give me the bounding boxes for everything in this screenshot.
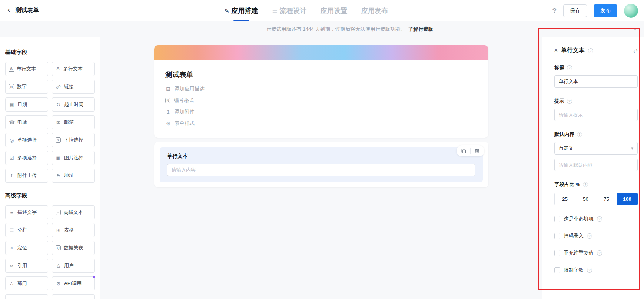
form-style-item[interactable]: ⊛ 表单样式 — [165, 120, 477, 127]
sidebar-item-date[interactable]: ▦ 日期 — [5, 97, 48, 112]
sidebar-item-address[interactable]: ⚑ 地址 — [52, 169, 95, 183]
sidebar-item-api-call[interactable]: ⚙ API调用 — [52, 276, 95, 290]
sidebar-item-description-text[interactable]: ≡ 描述文字 — [5, 205, 48, 219]
help-icon[interactable]: ? — [552, 7, 557, 15]
field-label: 引用 — [17, 262, 27, 269]
number-format-item[interactable]: N 编号格式 — [165, 97, 477, 104]
tab-app-build[interactable]: ✎ 应用搭建 — [224, 0, 258, 21]
ratio-option-50[interactable]: 50 — [575, 193, 596, 205]
form-title[interactable]: 测试表单 — [165, 70, 477, 80]
required-checkbox-row[interactable]: 这是个必填项 — [554, 216, 638, 222]
sidebar-item-location[interactable]: ⌖ 定位 — [5, 241, 48, 255]
help-icon[interactable] — [597, 250, 602, 256]
upload-icon: ↥ — [165, 109, 171, 114]
meta-label: 添加附件 — [175, 109, 195, 115]
copy-icon[interactable] — [461, 148, 467, 154]
sidebar-item-radio-select[interactable]: ◎ 单项选择 — [5, 133, 48, 147]
sidebar-item-department[interactable]: ∴ 部门 — [5, 276, 48, 290]
description-icon: ≡ — [9, 210, 14, 215]
add-description-item[interactable]: ⊟ 添加应用描述 — [165, 86, 477, 92]
tab-flow-design[interactable]: ☰ 流程设计 — [272, 0, 306, 21]
help-icon[interactable] — [597, 216, 602, 222]
no-duplicate-label: 不允许重复值 — [564, 250, 594, 256]
sidebar-item-number[interactable]: N 数字 — [5, 80, 48, 94]
scan-input-checkbox-row[interactable]: 扫码录入 — [554, 233, 638, 239]
tab-label: 应用设置 — [321, 6, 347, 15]
phone-icon: ☎ — [9, 120, 14, 125]
group-title-advanced: 高级字段 — [5, 192, 95, 199]
upload-icon: ↥ — [9, 173, 14, 178]
sidebar-item-rich-text[interactable]: ≡ 高级文本 — [52, 205, 95, 219]
trial-notice-text: 付费试用版还有 1444 天到期，过期后将无法使用付费版功能。 — [266, 26, 405, 33]
char-limit-checkbox-row[interactable]: 限制字数 — [554, 267, 638, 273]
sidebar-item-multi-line-text[interactable]: A 多行文本 — [52, 62, 95, 76]
default-content-input[interactable] — [554, 159, 638, 171]
sidebar-item-table[interactable]: ⊞ 表格 — [52, 223, 95, 237]
help-icon[interactable] — [567, 99, 572, 104]
comment-icon: ⊟ — [165, 86, 171, 92]
multi-line-text-icon: A — [56, 66, 60, 72]
swap-field-type-icon[interactable]: ⇄ — [633, 47, 638, 54]
tab-label: 应用搭建 — [232, 6, 258, 15]
field-label: 表格 — [64, 227, 74, 233]
sidebar-item-single-line-text[interactable]: A 单行文本 — [5, 62, 48, 76]
radio-icon: ◎ — [9, 138, 14, 143]
field-preview-input[interactable] — [167, 164, 475, 176]
field-label: 描述文字 — [17, 209, 37, 216]
collapse-panel-icon[interactable]: ∧ — [630, 27, 640, 33]
sidebar-item-link[interactable]: ☍ 链接 — [52, 80, 95, 94]
back-icon[interactable]: ‹ — [7, 6, 10, 14]
field-label: 单项选择 — [17, 137, 37, 143]
ratio-option-75[interactable]: 75 — [596, 193, 617, 205]
sidebar-item-checkbox-select[interactable]: ☑ 多项选择 — [5, 151, 48, 165]
help-icon[interactable] — [587, 233, 592, 239]
field-label: 多项选择 — [17, 155, 37, 161]
sidebar-item-image-select[interactable]: ▣ 图片选择 — [52, 151, 95, 165]
hint-input[interactable] — [554, 109, 638, 121]
checkbox[interactable] — [554, 250, 560, 256]
columns-icon: ☰ — [9, 228, 14, 233]
help-icon[interactable] — [577, 132, 582, 137]
sidebar-item-attachment-upload[interactable]: ↥ 附件上传 — [5, 169, 48, 183]
field-title-input[interactable] — [554, 75, 638, 88]
tab-app-settings[interactable]: 应用设置 — [321, 0, 347, 21]
avatar[interactable] — [624, 4, 638, 18]
help-icon[interactable] — [588, 48, 593, 53]
ratio-option-25[interactable]: 25 — [554, 193, 575, 205]
sidebar-item-user[interactable]: ♙ 用户 — [52, 259, 95, 273]
checkbox[interactable] — [554, 216, 560, 222]
group-title-basic: 基础字段 — [5, 49, 95, 56]
sidebar-item-columns[interactable]: ☰ 分栏 — [5, 223, 48, 237]
sidebar-item-email[interactable]: ✉ 邮箱 — [52, 115, 95, 129]
sidebar-item-phone[interactable]: ☎ 电话 — [5, 115, 48, 129]
user-icon: ♙ — [56, 263, 61, 268]
field-actions-chip — [457, 145, 484, 156]
publish-button[interactable]: 发布 — [594, 4, 617, 17]
delete-icon[interactable] — [474, 148, 480, 154]
add-attachment-item[interactable]: ↥ 添加附件 — [165, 109, 477, 115]
tab-app-publish[interactable]: 应用发布 — [361, 0, 388, 21]
ratio-option-100[interactable]: 100 — [617, 193, 638, 205]
sidebar-item-truncated-2[interactable] — [52, 294, 95, 299]
sidebar-item-dropdown-select[interactable]: ▾ 下拉选择 — [52, 133, 95, 147]
default-content-label: 默认内容 — [554, 131, 574, 138]
form-banner[interactable] — [154, 45, 488, 60]
help-icon[interactable] — [567, 65, 572, 70]
field-label: 附件上传 — [17, 172, 37, 179]
sidebar-item-truncated-1[interactable] — [5, 294, 48, 299]
checkbox[interactable] — [554, 233, 560, 239]
sidebar-item-data-link[interactable]: Q 数据关联 — [52, 241, 95, 255]
help-icon[interactable] — [583, 182, 588, 187]
sidebar-item-date-range[interactable]: ↻ 起止时间 — [52, 97, 95, 112]
learn-paid-link[interactable]: 了解付费版 — [408, 26, 434, 33]
form-header-card: 测试表单 ⊟ 添加应用描述 N 编号格式 ↥ 添加附件 ⊛ 表单样式 — [154, 45, 488, 138]
no-duplicate-checkbox-row[interactable]: 不允许重复值 — [554, 250, 638, 256]
help-icon[interactable] — [587, 268, 592, 273]
field-label: 数字 — [17, 83, 27, 90]
default-type-select[interactable]: 自定义 ▾ — [554, 142, 638, 155]
selected-field-single-line-text[interactable]: 单行文本 — [160, 147, 483, 182]
save-button[interactable]: 保存 — [563, 4, 587, 17]
palette-icon: ⊛ — [165, 121, 171, 126]
checkbox[interactable] — [554, 267, 560, 273]
sidebar-item-reference[interactable]: ∞ 引用 — [5, 259, 48, 273]
